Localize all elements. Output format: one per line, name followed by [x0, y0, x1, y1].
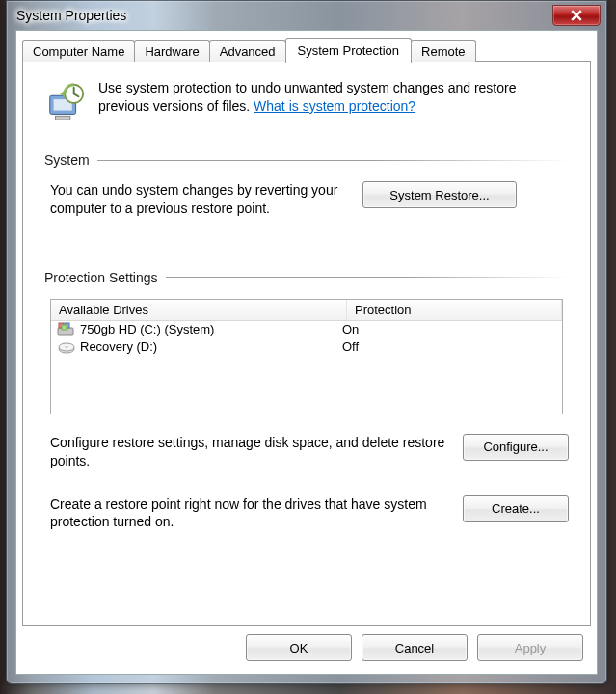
close-button[interactable] — [552, 5, 601, 26]
group-system-label: System — [44, 152, 90, 168]
drive-name: Recovery (D:) — [80, 339, 335, 354]
drive-icon — [57, 339, 76, 355]
configure-row: Configure restore settings, manage disk … — [50, 434, 569, 470]
tab-strip: Computer Name Hardware Advanced System P… — [22, 37, 591, 62]
close-icon — [571, 10, 582, 21]
cancel-button[interactable]: Cancel — [362, 634, 468, 661]
drive-row[interactable]: Recovery (D:) Off — [51, 338, 562, 356]
drive-list[interactable]: Available Drives Protection 750gb HD (C:… — [50, 299, 563, 414]
divider — [166, 277, 569, 278]
tab-remote[interactable]: Remote — [411, 40, 476, 62]
system-properties-window: System Properties Computer Name Hardware… — [6, 0, 607, 684]
tab-page-system-protection: Use system protection to undo unwanted s… — [22, 61, 591, 626]
window-title: System Properties — [16, 8, 126, 23]
apply-button[interactable]: Apply — [477, 634, 583, 661]
system-protection-icon — [44, 79, 89, 123]
configure-desc: Configure restore settings, manage disk … — [50, 434, 449, 470]
tab-computer-name[interactable]: Computer Name — [22, 40, 135, 62]
column-protection[interactable]: Protection — [347, 300, 562, 320]
client-area: Computer Name Hardware Advanced System P… — [15, 30, 598, 675]
system-restore-row: You can undo system changes by reverting… — [50, 181, 569, 218]
svg-rect-8 — [62, 325, 67, 330]
create-row: Create a restore point right now for the… — [50, 495, 569, 532]
configure-button[interactable]: Configure... — [463, 434, 569, 461]
divider — [97, 160, 569, 161]
system-restore-button[interactable]: System Restore... — [362, 181, 517, 208]
ok-button[interactable]: OK — [246, 634, 352, 661]
tab-system-protection[interactable]: System Protection — [285, 38, 413, 63]
drive-protection: Off — [335, 339, 562, 354]
intro-text: Use system protection to undo unwanted s… — [98, 79, 569, 123]
tab-advanced[interactable]: Advanced — [209, 40, 286, 62]
system-restore-desc: You can undo system changes by reverting… — [50, 181, 349, 218]
drive-system-icon — [57, 322, 76, 337]
drive-name: 750gb HD (C:) (System) — [80, 322, 335, 336]
group-system: System — [44, 152, 569, 168]
svg-rect-2 — [56, 116, 70, 120]
drive-protection: On — [335, 322, 562, 336]
svg-point-11 — [65, 346, 68, 348]
what-is-system-protection-link[interactable]: What is system protection? — [254, 98, 415, 114]
group-protection-label: Protection Settings — [44, 270, 158, 285]
create-button[interactable]: Create... — [463, 495, 569, 522]
column-available-drives[interactable]: Available Drives — [51, 300, 347, 320]
intro-block: Use system protection to undo unwanted s… — [44, 79, 569, 123]
drive-list-header: Available Drives Protection — [51, 300, 562, 321]
drive-row[interactable]: 750gb HD (C:) (System) On — [51, 321, 562, 338]
group-protection-settings: Protection Settings — [44, 270, 569, 285]
titlebar: System Properties — [7, 1, 606, 30]
dialog-button-row: OK Cancel Apply — [22, 629, 591, 666]
tab-hardware[interactable]: Hardware — [134, 40, 209, 62]
create-desc: Create a restore point right now for the… — [50, 495, 449, 532]
